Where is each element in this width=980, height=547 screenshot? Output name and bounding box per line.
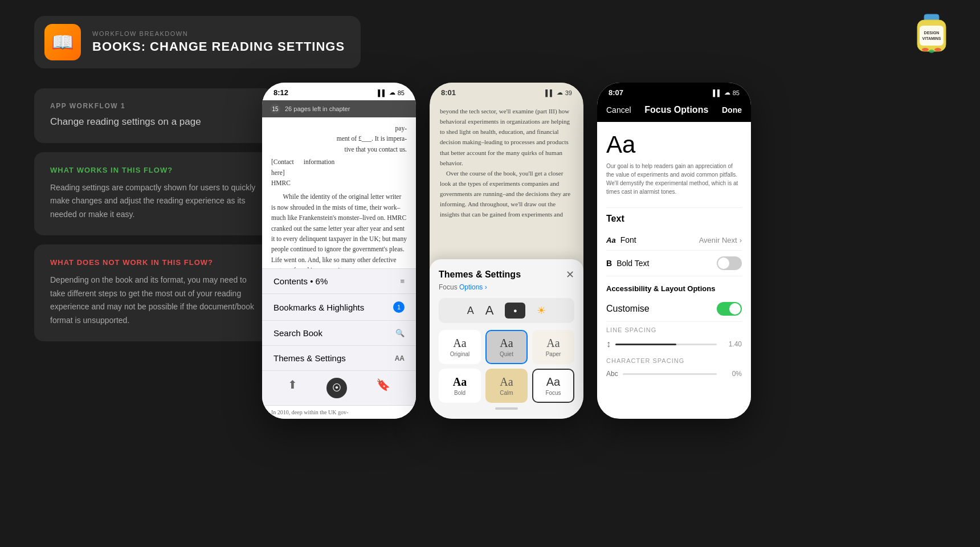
- workflow-tag: APP WORKFLOW 1: [50, 102, 258, 110]
- workflow-description: Change reading settings on a page: [50, 115, 258, 129]
- line-spacing-icon: ↕: [606, 339, 611, 349]
- text-size-large[interactable]: A: [485, 303, 494, 318]
- themes-panel: Themes & Settings ✕ Focus Options › A A …: [430, 259, 583, 419]
- workflow-box: APP WORKFLOW 1 Change reading settings o…: [34, 88, 273, 143]
- svg-text:VITAMINS: VITAMINS: [922, 36, 941, 40]
- focus-aa: Aa: [606, 131, 742, 158]
- svg-point-7: [934, 48, 941, 51]
- works-text: Reading settings are compactly shown for…: [50, 181, 258, 222]
- menu-item-contents[interactable]: Contents • 6% ≡: [262, 269, 416, 294]
- focus-done-button[interactable]: Done: [722, 105, 742, 115]
- accessibility-title: Accessibility & Layout Options: [606, 284, 742, 293]
- font-row[interactable]: Aa Font Avenir Next ›: [606, 230, 742, 251]
- themes-title: Themes & Settings: [439, 270, 521, 280]
- focus-content: Aa Our goal is to help readers gain an a…: [597, 122, 751, 418]
- not-works-box: WHAT DOES NOT WORK IN THIS FLOW? Dependi…: [34, 244, 273, 341]
- theme-calm[interactable]: Aa Calm: [485, 369, 528, 403]
- theme-original[interactable]: Aa Original: [439, 330, 481, 364]
- phones-container: 8:12 ▌▌ ☁ 85 15 26 pages left in chapter…: [262, 83, 751, 419]
- phone-1-status-icons: ▌▌ ☁ 85: [378, 89, 405, 96]
- focus-cancel-button[interactable]: Cancel: [606, 105, 631, 115]
- works-title: WHAT WORKS IN THIS FLOW?: [50, 166, 258, 174]
- theme-dark-btn[interactable]: ●: [505, 303, 525, 319]
- theme-quiet[interactable]: Aa Quiet: [485, 330, 528, 364]
- share-icon[interactable]: ⬆: [288, 378, 297, 398]
- svg-text:DESIGN: DESIGN: [924, 31, 940, 35]
- header: 📖 WORKFLOW BREAKDOWN BOOKS: CHANGE READI…: [34, 16, 361, 68]
- line-spacing-value: 1.40: [721, 340, 742, 348]
- phone-2: 8:01 ▌▌ ☁ 39 beyond the tech sector, we'…: [430, 83, 583, 419]
- customise-toggle[interactable]: [717, 302, 742, 316]
- left-panel: APP WORKFLOW 1 Change reading settings o…: [34, 88, 273, 341]
- line-spacing-fill: [615, 344, 676, 345]
- panel-handle: [495, 407, 518, 410]
- focus-options-title: Focus Options: [644, 105, 708, 115]
- char-spacing-label: CHARACTER SPACING: [606, 357, 742, 364]
- char-spacing-value: 0%: [721, 370, 742, 378]
- theme-bold[interactable]: Aa Bold: [439, 369, 481, 403]
- theme-paper[interactable]: Aa Paper: [532, 330, 574, 364]
- phone-3-status-icons: ▌▌ ☁ 85: [713, 89, 740, 96]
- theme-light-btn[interactable]: ☀: [537, 304, 546, 317]
- char-spacing-track[interactable]: [623, 373, 717, 375]
- phone-2-book-content: beyond the tech sector, we'll examine (p…: [430, 100, 583, 220]
- svg-point-5: [922, 48, 929, 51]
- svg-rect-2: [920, 26, 944, 46]
- not-works-text: Depending on the book and its format, yo…: [50, 274, 258, 328]
- char-spacing-icon: Abc: [606, 370, 618, 378]
- customise-row[interactable]: Customise: [606, 296, 742, 322]
- header-subtitle: WORKFLOW BREAKDOWN: [92, 30, 345, 37]
- phone-2-status-icons: ▌▌ ☁ 39: [545, 89, 572, 96]
- text-size-small[interactable]: A: [467, 305, 474, 317]
- phone-1-footer-text: In 2010, deep within the UK gov-: [262, 405, 416, 419]
- line-spacing-slider-row: ↕ 1.40: [606, 336, 742, 353]
- app-icon: 📖: [44, 24, 81, 60]
- chapter-banner: 15 26 pages left in chapter: [262, 100, 416, 117]
- themes-close-icon[interactable]: ✕: [566, 268, 574, 281]
- menu-item-search[interactable]: Search Book 🔍: [262, 321, 416, 346]
- phone-1-bottom-toolbar: ⬆ ⦿ 🔖: [262, 371, 416, 405]
- phone-3-statusbar: 8:07 ▌▌ ☁ 85: [597, 83, 751, 100]
- phone-1-book-content: pay-ment of £___. It is impera-tive that…: [262, 117, 416, 288]
- phone-1-statusbar: 8:12 ▌▌ ☁ 85: [262, 83, 416, 100]
- design-vitamins-logo: DESIGN VITAMINS: [912, 11, 957, 57]
- text-size-row: A A ● ☀: [439, 298, 574, 323]
- font-value: Avenir Next: [699, 236, 737, 244]
- phone-2-statusbar: 8:01 ▌▌ ☁ 39: [430, 83, 583, 100]
- works-box: WHAT WORKS IN THIS FLOW? Reading setting…: [34, 152, 273, 235]
- char-spacing-slider-row: Abc 0%: [606, 366, 742, 381]
- bold-text-row[interactable]: B Bold Text: [606, 251, 742, 276]
- font-label: Font: [620, 235, 636, 244]
- bold-text-toggle[interactable]: [717, 256, 742, 270]
- phone-1-bottom-menu: Contents • 6% ≡ Bookmarks & Highlights 1…: [262, 268, 416, 419]
- menu-item-bookmarks[interactable]: Bookmarks & Highlights 1: [262, 294, 416, 321]
- phone-1-time: 8:12: [273, 88, 288, 97]
- header-title: BOOKS: CHANGE READING SETTINGS: [92, 39, 345, 54]
- customise-label: Customise: [606, 304, 650, 314]
- menu-item-themes[interactable]: Themes & Settings AA: [262, 346, 416, 371]
- chapter-dot: 15: [270, 104, 280, 114]
- line-spacing-track[interactable]: [615, 344, 717, 345]
- phone-2-time: 8:01: [441, 88, 456, 97]
- svg-point-6: [929, 50, 934, 53]
- bold-text-label: Bold Text: [616, 259, 649, 268]
- theme-grid: Aa Original Aa Quiet Aa Paper Aa Bold Aa: [439, 330, 574, 403]
- focus-options-header: Cancel Focus Options Done: [597, 100, 751, 122]
- line-spacing-label: LINE SPACING: [606, 326, 742, 333]
- phone-3-time: 8:07: [609, 88, 623, 97]
- theme-focus[interactable]: Aa Focus: [532, 369, 574, 403]
- focus-preview-text: Our goal is to help readers gain an appr…: [606, 162, 742, 196]
- phone-1: 8:12 ▌▌ ☁ 85 15 26 pages left in chapter…: [262, 83, 416, 419]
- reader-icon[interactable]: ⦿: [326, 378, 347, 398]
- bookmark-icon[interactable]: 🔖: [376, 378, 390, 398]
- themes-focus-link: Focus Options ›: [439, 283, 574, 291]
- text-section-title: Text: [606, 207, 742, 224]
- not-works-title: WHAT DOES NOT WORK IN THIS FLOW?: [50, 258, 258, 267]
- phone-3: 8:07 ▌▌ ☁ 85 Cancel Focus Options Done A…: [597, 83, 751, 419]
